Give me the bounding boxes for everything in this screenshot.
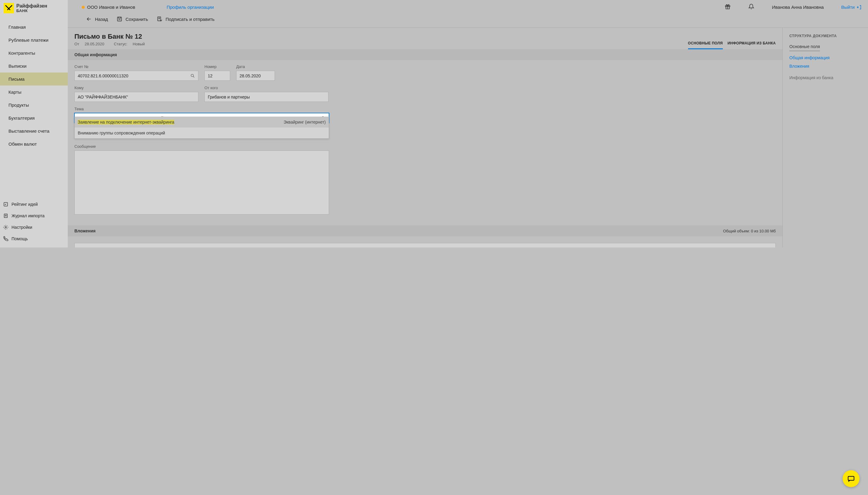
document-header: Письмо в Банк № 12 От 28.05.2020 Статус:…: [68, 28, 782, 49]
gear-icon: [3, 224, 9, 230]
main-area: ООО Иванов и Иванов Профиль организации …: [68, 0, 868, 248]
arrow-left-icon: [86, 16, 92, 22]
org-selector[interactable]: ООО Иванов и Иванов: [82, 4, 135, 10]
to-label: Кому: [75, 86, 198, 90]
account-input[interactable]: 40702.821.6.00000011320: [75, 71, 198, 81]
nav-letters[interactable]: Письма: [0, 72, 68, 86]
from-input[interactable]: Грибанов и партнеры: [204, 92, 328, 102]
outline-general[interactable]: Общая информация: [789, 53, 861, 62]
bell-icon[interactable]: [748, 4, 754, 11]
logo[interactable]: Райффайзен БАНК: [0, 0, 68, 16]
org-profile-link[interactable]: Профиль организации: [167, 4, 214, 10]
autocomplete-item[interactable]: Вниманию группы сопровождения операций: [75, 127, 329, 138]
outline-title: СТРУКТУРА ДОКУМЕНТА: [789, 34, 861, 38]
phone-icon: [3, 236, 9, 241]
import-icon: [3, 213, 9, 219]
lightbulb-icon: [3, 202, 9, 207]
outline-attachments[interactable]: Вложения: [789, 62, 861, 70]
save-icon: [116, 16, 122, 22]
content: Письмо в Банк № 12 От 28.05.2020 Статус:…: [68, 28, 783, 248]
nav-main: Главная Рублевые платежи Контрагенты Вып…: [0, 20, 68, 199]
nav-currency-exchange[interactable]: Обмен валют: [0, 137, 68, 151]
to-input[interactable]: АО "РАЙФФАЙЗЕНБАНК": [75, 92, 198, 102]
autocomplete-item[interactable]: Заявление на подключение интернет-эквайр…: [75, 117, 329, 127]
section-general-header: Общая информация: [68, 49, 782, 60]
search-icon[interactable]: [190, 73, 195, 78]
subject-autocomplete: Заявление на подключение интернет-эквайр…: [75, 117, 329, 139]
subject-label: Тема: [75, 107, 329, 111]
document-outline: СТРУКТУРА ДОКУМЕНТА Основные поля Общая …: [783, 28, 868, 248]
tab-bank-info[interactable]: ИНФОРМАЦИЯ ИЗ БАНКА: [728, 41, 776, 49]
nav-home[interactable]: Главная: [0, 20, 68, 34]
nav-secondary: Рейтинг идей Журнал импорта Настройки По…: [0, 199, 68, 248]
user-name[interactable]: Иванова Анна Ивановна: [772, 4, 823, 10]
nav-accounting[interactable]: Бухгалтерия: [0, 112, 68, 124]
nav-invoicing[interactable]: Выставление счета: [0, 124, 68, 137]
gift-icon[interactable]: [725, 4, 731, 11]
outline-bank-info[interactable]: Информация из банка: [789, 73, 861, 82]
document-tabs: ОСНОВНЫЕ ПОЛЯ ИНФОРМАЦИЯ ИЗ БАНКА: [688, 41, 776, 49]
svg-rect-5: [117, 17, 121, 21]
nav-ruble-payments[interactable]: Рублевые платежи: [0, 34, 68, 47]
nav-import-log[interactable]: Журнал импорта: [0, 210, 68, 222]
logo-line1: Райффайзен: [16, 3, 47, 9]
org-status-dot-icon: [82, 6, 85, 9]
svg-point-7: [191, 74, 194, 76]
date-label: Дата: [236, 64, 275, 69]
message-label: Сообщение: [75, 144, 329, 149]
back-button[interactable]: Назад: [86, 16, 108, 22]
nav-help[interactable]: Помощь: [0, 233, 68, 244]
save-button[interactable]: Сохранить: [116, 16, 148, 22]
sign-send-button[interactable]: Подписать и отправить: [157, 16, 215, 22]
sidebar: Райффайзен БАНК Главная Рублевые платежи…: [0, 0, 68, 248]
nav-ideas[interactable]: Рейтинг идей: [0, 199, 68, 210]
document-title: Письмо в Банк № 12: [75, 33, 153, 40]
attachment-dropzone[interactable]: Выберите файл или перетащите в эту облас…: [75, 243, 776, 248]
message-textarea[interactable]: [75, 151, 329, 215]
nav-statements[interactable]: Выписки: [0, 59, 68, 72]
sign-send-icon: [157, 16, 163, 22]
svg-point-2: [5, 227, 7, 228]
section-general-body: Счет № 40702.821.6.00000011320 Номер 12: [68, 60, 782, 225]
logout-icon: [856, 4, 862, 10]
date-input[interactable]: 28.05.2020: [236, 71, 275, 81]
logo-line2: БАНК: [16, 8, 47, 13]
nav-settings[interactable]: Настройки: [0, 222, 68, 233]
logout-link[interactable]: Выйти: [841, 4, 862, 10]
number-input[interactable]: 12: [204, 71, 230, 81]
logo-mark-icon: [4, 3, 14, 13]
attachments-size-info: Общий объем: 0 из 10.00 Мб: [723, 229, 776, 233]
topbar: ООО Иванов и Иванов Профиль организации …: [68, 0, 868, 13]
outline-main-fields[interactable]: Основные поля: [789, 42, 820, 51]
toolbar: Назад Сохранить Подписать и отправить: [68, 13, 868, 28]
document-meta: От 28.05.2020 Статус: Новый: [75, 42, 153, 46]
from-label: От кого: [204, 86, 328, 90]
nav-cards[interactable]: Карты: [0, 86, 68, 99]
tab-main-fields[interactable]: ОСНОВНЫЕ ПОЛЯ: [688, 41, 723, 49]
number-label: Номер: [204, 64, 230, 69]
section-attachments-header: Вложения Общий объем: 0 из 10.00 Мб: [68, 225, 782, 236]
nav-counterparties[interactable]: Контрагенты: [0, 47, 68, 59]
nav-products[interactable]: Продукты: [0, 99, 68, 112]
account-label: Счет №: [75, 64, 198, 69]
